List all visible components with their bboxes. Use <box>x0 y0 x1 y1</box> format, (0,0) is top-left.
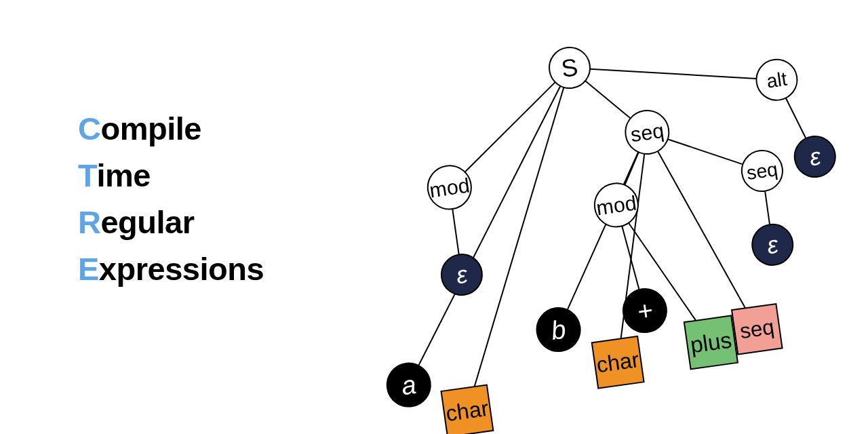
tree-edge <box>454 82 566 172</box>
tree-node-eps3: ε <box>792 134 838 180</box>
tree-node-plusS: plus <box>684 315 738 369</box>
node-label: seq <box>738 315 776 343</box>
tree-node-eps2: ε <box>749 222 795 268</box>
tree-node-char1: char <box>441 385 494 434</box>
tree-node-b: b <box>534 305 583 354</box>
tree-node-eps1: ε <box>439 252 485 298</box>
node-label: seq <box>745 158 779 184</box>
tree-node-plusC: + <box>620 286 669 335</box>
tree-node-mod2: mod <box>592 180 641 229</box>
tree-edge <box>435 87 604 388</box>
tree-node-a: a <box>384 360 433 409</box>
node-label: alt <box>765 68 788 92</box>
tree-node-seqS: seq <box>732 304 783 355</box>
node-label: seq <box>629 119 665 146</box>
tree-node-char2: char <box>592 336 644 389</box>
tree-edge <box>590 46 757 101</box>
tree-edge <box>786 96 806 140</box>
tree-edge <box>765 191 770 225</box>
parse-tree-diagram: Saltseqmodεmodseqεεacharbchar+plusseq <box>0 0 868 434</box>
tree-node-alt: alt <box>754 57 800 103</box>
tree-edge <box>658 142 745 318</box>
tree-node-seq2: seq <box>739 148 785 194</box>
tree-node-seq1: seq <box>623 108 671 157</box>
tree-edge <box>620 152 643 184</box>
tree-edge <box>452 209 458 254</box>
tree-edge <box>668 130 743 174</box>
tree-edge <box>585 75 631 124</box>
